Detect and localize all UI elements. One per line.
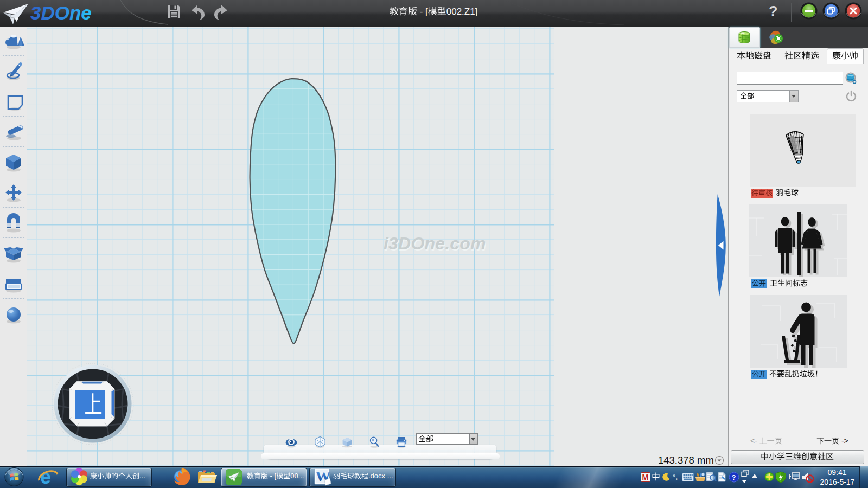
svg-text:00...: 00... — [290, 472, 304, 480]
svg-text:e: e — [40, 467, 51, 487]
svg-text:...: ... — [139, 472, 145, 480]
svg-text:002.Z1]: 002.Z1] — [446, 7, 478, 17]
svg-text:...: ... — [387, 472, 393, 480]
svg-text:?: ? — [732, 473, 736, 481]
svg-text:[: [ — [425, 7, 428, 17]
svg-text:<-: <- — [750, 437, 757, 445]
svg-text:->: -> — [841, 437, 848, 445]
svg-text:-: - — [270, 472, 272, 480]
svg-text:-: - — [420, 7, 423, 17]
svg-text:[: [ — [275, 472, 277, 480]
svg-text:3DOne: 3DOne — [30, 2, 92, 23]
svg-text:M: M — [642, 473, 649, 481]
svg-text:.docx: .docx — [368, 472, 386, 480]
